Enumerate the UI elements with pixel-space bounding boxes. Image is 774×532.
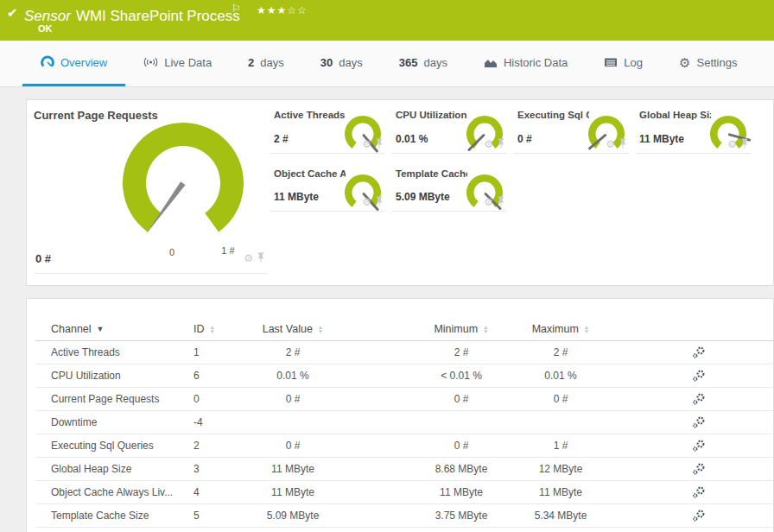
gauge-icon — [41, 55, 54, 69]
table-row[interactable]: Global Heap Size 3 11 MByte 8.68 MByte 1… — [35, 458, 773, 481]
table-row[interactable]: Template Cache Size 5 5.09 MByte 3.75 MB… — [35, 504, 773, 528]
minimum-value: 0 # — [414, 440, 509, 452]
table-row[interactable]: Current Page Requests 0 0 # 0 # 0 # — [35, 388, 773, 411]
pin-icon[interactable] — [375, 138, 384, 149]
table-row[interactable]: CPU Utilization 6 0.01 % < 0.01 % 0.01 % — [35, 364, 773, 388]
table-row[interactable]: Executing Sql Queries 2 0 # 0 # 1 # — [35, 434, 773, 458]
divider — [34, 273, 267, 274]
channel-settings-gears-icon[interactable] — [692, 509, 706, 522]
gauge-scale-min: 0 — [162, 247, 182, 257]
mini-gauge-title: CPU Utilization — [396, 110, 467, 120]
minimum-value: 0 # — [414, 393, 509, 405]
channel-id: 6 — [194, 370, 232, 382]
channel-settings-gears-icon[interactable] — [692, 392, 706, 406]
channel-id: 3 — [194, 463, 232, 475]
gear-icon[interactable]: ⚙ — [484, 139, 493, 149]
pin-icon[interactable] — [619, 138, 627, 149]
mini-gauge-value: 2 # — [274, 133, 289, 145]
gauge-value: 0 # — [35, 252, 51, 265]
pin-icon[interactable] — [497, 196, 505, 207]
pin-icon[interactable] — [497, 138, 505, 149]
last-value: 11 MByte — [232, 486, 353, 498]
mini-gauge-title: Active Threads — [274, 110, 346, 120]
pin-icon[interactable] — [375, 196, 384, 207]
tab-label: Log — [624, 56, 643, 69]
flag-icon[interactable]: ⚐ — [232, 3, 241, 15]
tab-30-days[interactable]: 30 days — [302, 41, 381, 86]
table-row[interactable]: Downtime -4 — [35, 411, 773, 434]
gear-icon: ⚙ — [679, 56, 690, 69]
mini-gauge-value: 5.09 MByte — [396, 191, 450, 203]
table-row[interactable]: Object Cache Always Liv... 4 11 MByte 11… — [35, 481, 773, 504]
gear-icon[interactable]: ⚙ — [606, 139, 615, 149]
tab-overview[interactable]: Overview — [22, 41, 125, 86]
sensor-name: WMI SharePoint Process — [76, 8, 240, 24]
pin-icon[interactable] — [740, 138, 749, 149]
minimum-value: 8.68 MByte — [414, 463, 509, 475]
tab-historic-data[interactable]: Historic Data — [466, 41, 586, 86]
column-header-channel[interactable]: Channel ▼ — [51, 323, 194, 335]
gear-icon[interactable]: ⚙ — [484, 197, 493, 207]
channel-settings-gears-icon[interactable] — [692, 462, 706, 476]
pin-icon[interactable] — [257, 252, 265, 263]
channel-id: 4 — [194, 486, 232, 498]
mini-gauge-cell-object-cache: Object Cache Always L... 11 MByte ⚙ — [270, 163, 385, 212]
column-header-minimum[interactable]: Minimum ▲▼ — [414, 323, 509, 335]
channel-name: CPU Utilization — [51, 370, 194, 382]
maximum-value: 1 # — [513, 440, 608, 452]
table-row[interactable]: Active Threads 1 2 # 2 # 2 # — [35, 341, 773, 364]
channel-settings-gears-icon[interactable] — [692, 369, 706, 383]
gear-icon[interactable]: ⚙ — [244, 253, 253, 263]
channel-settings-gears-icon[interactable] — [692, 439, 706, 453]
mini-gauge-cell-template-cache-size: Template Cache Size 5.09 MByte ⚙ — [392, 163, 507, 212]
mini-gauge-cell-active-threads: Active Threads 2 # ⚙ — [270, 104, 385, 154]
maximum-value: 2 # — [513, 346, 608, 358]
big-gauge-current-page-requests: Current Page Requests 0 1 # 0 # ⚙ — [27, 100, 269, 287]
sort-desc-icon: ▼ — [97, 325, 105, 333]
minimum-value: 11 MByte — [414, 486, 509, 498]
maximum-value: 11 MByte — [513, 486, 608, 498]
tab-label: Overview — [60, 56, 107, 69]
mini-gauge-title: Global Heap Size — [639, 110, 711, 120]
channel-table-panel: Channel ▼ ID ▲▼ Last Value ▲▼ Minimum ▲▼… — [26, 298, 774, 532]
gear-icon[interactable]: ⚙ — [727, 139, 737, 149]
last-value: 5.09 MByte — [232, 510, 353, 522]
mini-gauge-grid: Active Threads 2 # ⚙ CPU Utilization — [270, 104, 751, 212]
channel-name: Executing Sql Queries — [51, 440, 194, 452]
channel-name: Downtime — [51, 416, 194, 428]
last-value: 2 # — [232, 346, 353, 358]
channel-settings-gears-icon[interactable] — [692, 485, 706, 499]
tab-365-days[interactable]: 365 days — [381, 41, 466, 86]
column-header-last-value[interactable]: Last Value ▲▼ — [232, 323, 353, 335]
channel-settings-gears-icon[interactable] — [692, 415, 706, 429]
sensor-header: ✔ SensorWMI SharePoint Process ⚐ ★★★☆☆ O… — [0, 0, 774, 41]
priority-stars[interactable]: ★★★☆☆ — [257, 4, 308, 16]
gear-icon[interactable]: ⚙ — [362, 197, 371, 207]
log-list-icon — [604, 55, 618, 69]
sort-icon: ▲▼ — [210, 325, 215, 333]
last-value: 11 MByte — [232, 463, 353, 475]
channel-settings-gears-icon[interactable] — [692, 345, 706, 359]
mini-gauge-value: 0 # — [517, 133, 532, 145]
tab-log[interactable]: Log — [586, 41, 661, 86]
gauge-scale-max: 1 # — [213, 245, 243, 256]
sensor-type-label: Sensor — [24, 8, 71, 24]
mini-gauge-cell-global-heap-size: Global Heap Size 11 MByte ⚙ — [636, 104, 751, 154]
maximum-value: 0.01 % — [513, 370, 608, 382]
broadcast-icon — [143, 55, 158, 69]
gear-icon[interactable]: ⚙ — [362, 139, 371, 149]
last-value: 0 # — [232, 440, 353, 452]
column-header-maximum[interactable]: Maximum ▲▼ — [513, 323, 608, 335]
tab-2-days[interactable]: 2 days — [230, 41, 302, 86]
maximum-value: 5.34 MByte — [513, 510, 608, 522]
mini-gauge-title: Object Cache Always L... — [274, 168, 346, 179]
column-header-id[interactable]: ID ▲▼ — [194, 323, 232, 335]
tab-live-data[interactable]: Live Data — [125, 41, 230, 86]
mini-gauge-value: 0.01 % — [396, 133, 428, 145]
tab-bar: Overview Live Data 2 days 30 days 365 da… — [0, 41, 774, 87]
status-badge: OK — [38, 23, 53, 34]
tab-settings[interactable]: ⚙ Settings — [661, 41, 755, 86]
tab-label: Live Data — [164, 56, 212, 69]
channel-id: 0 — [194, 393, 232, 405]
channel-name: Global Heap Size — [51, 463, 194, 475]
